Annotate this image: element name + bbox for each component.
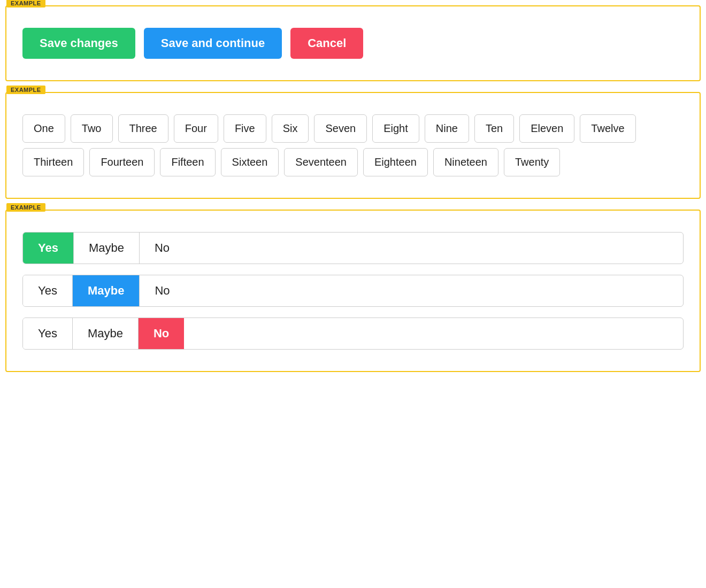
- tag-eleven[interactable]: Eleven: [519, 114, 574, 143]
- tag-eighteen[interactable]: Eighteen: [363, 148, 428, 176]
- buttons-row: Save changes Save and continue Cancel: [22, 22, 684, 64]
- section-1: EXAMPLE Save changes Save and continue C…: [5, 5, 701, 81]
- tag-five[interactable]: Five: [224, 114, 266, 143]
- tag-three[interactable]: Three: [118, 114, 168, 143]
- tag-fourteen[interactable]: Fourteen: [89, 148, 155, 176]
- tag-eight[interactable]: Eight: [372, 114, 419, 143]
- section-2: EXAMPLE One Two Three Four Five Six Seve…: [5, 92, 701, 199]
- toggle-group3-yes[interactable]: Yes: [23, 318, 73, 349]
- toggle-group3-maybe[interactable]: Maybe: [73, 318, 139, 349]
- tag-nineteen[interactable]: Nineteen: [433, 148, 498, 176]
- tag-twelve[interactable]: Twelve: [580, 114, 635, 143]
- tag-two[interactable]: Two: [71, 114, 113, 143]
- toggle-group2-maybe[interactable]: Maybe: [73, 275, 140, 306]
- toggle-group-2: Yes Maybe No: [22, 275, 684, 307]
- toggle-group-1: Yes Maybe No: [22, 232, 684, 264]
- save-changes-button[interactable]: Save changes: [22, 28, 135, 59]
- tag-ten[interactable]: Ten: [474, 114, 514, 143]
- toggle-group2-no[interactable]: No: [140, 275, 185, 306]
- tag-seven[interactable]: Seven: [314, 114, 367, 143]
- toggle-group3-no[interactable]: No: [139, 318, 184, 349]
- toggle-group1-yes[interactable]: Yes: [23, 233, 74, 264]
- tag-four[interactable]: Four: [174, 114, 218, 143]
- section-3: EXAMPLE Yes Maybe No Yes Maybe No Yes Ma…: [5, 210, 701, 372]
- example-label-3: EXAMPLE: [6, 203, 45, 212]
- tag-sixteen[interactable]: Sixteen: [221, 148, 279, 176]
- toggle-groups: Yes Maybe No Yes Maybe No Yes Maybe No: [22, 227, 684, 355]
- toggle-group1-no[interactable]: No: [140, 233, 185, 264]
- toggle-group2-yes[interactable]: Yes: [23, 275, 73, 306]
- tag-one[interactable]: One: [22, 114, 65, 143]
- save-continue-button[interactable]: Save and continue: [144, 28, 282, 59]
- tag-seventeen[interactable]: Seventeen: [284, 148, 358, 176]
- tag-twenty[interactable]: Twenty: [504, 148, 560, 176]
- example-label-1: EXAMPLE: [6, 0, 45, 7]
- tag-fifteen[interactable]: Fifteen: [160, 148, 215, 176]
- toggle-group-3: Yes Maybe No: [22, 318, 684, 350]
- tag-six[interactable]: Six: [272, 114, 309, 143]
- example-label-2: EXAMPLE: [6, 86, 45, 94]
- tag-thirteen[interactable]: Thirteen: [22, 148, 84, 176]
- toggle-group1-maybe[interactable]: Maybe: [74, 233, 140, 264]
- cancel-button[interactable]: Cancel: [290, 28, 363, 59]
- tag-nine[interactable]: Nine: [425, 114, 469, 143]
- tags-container: One Two Three Four Five Six Seven Eight …: [22, 109, 684, 182]
